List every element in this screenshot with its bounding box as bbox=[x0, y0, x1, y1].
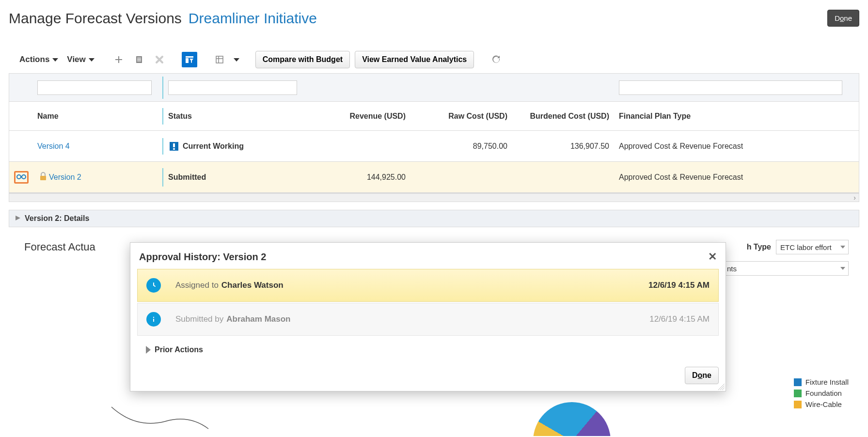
compare-budget-button[interactable]: Compare with Budget bbox=[255, 51, 350, 68]
caret-down-icon bbox=[89, 58, 95, 62]
type-label: h Type bbox=[747, 243, 771, 251]
freeze-icon[interactable] bbox=[212, 52, 227, 67]
plan-cell: Approved Cost & Revenue Forecast bbox=[614, 169, 859, 186]
burden-cost-cell: 136,907.50 bbox=[512, 138, 614, 155]
table-row[interactable]: Version 4 Current Working 89,750.00 136,… bbox=[9, 131, 859, 162]
svg-rect-10 bbox=[173, 143, 175, 147]
plan-cell: Approved Cost & Revenue Forecast bbox=[614, 138, 859, 155]
burden-cost-cell bbox=[512, 173, 614, 181]
svg-point-12 bbox=[17, 175, 21, 179]
current-working-icon bbox=[168, 140, 180, 152]
lock-icon bbox=[39, 172, 47, 183]
svg-rect-5 bbox=[186, 58, 189, 63]
freeze-menu-caret[interactable] bbox=[232, 52, 241, 67]
dialog-title: Approval History: Version 2 bbox=[139, 251, 266, 263]
view-eva-button[interactable]: View Earned Value Analytics bbox=[355, 51, 474, 68]
refresh-icon[interactable] bbox=[489, 52, 504, 67]
status-text: Submitted bbox=[168, 173, 206, 181]
type-select[interactable]: ETC labor effort bbox=[776, 240, 849, 254]
caret-down-icon bbox=[52, 58, 58, 62]
disclosure-icon bbox=[15, 214, 21, 223]
approval-history-dialog: Approval History: Version 2 ✕ Assigned t… bbox=[130, 242, 726, 276]
svg-rect-11 bbox=[173, 148, 175, 150]
duplicate-icon[interactable] bbox=[131, 52, 147, 67]
done-button-post: ne bbox=[844, 14, 852, 22]
details-title: Version 2: Details bbox=[25, 214, 89, 223]
caret-down-icon bbox=[234, 58, 239, 62]
svg-rect-1 bbox=[137, 58, 141, 59]
toolbar: Actions View Compare with Budget View Ea… bbox=[0, 46, 868, 73]
col-revenue[interactable]: Revenue (USD) bbox=[309, 108, 410, 125]
filter-name-input[interactable] bbox=[37, 80, 152, 95]
raw-cost-cell: 89,750.00 bbox=[410, 138, 512, 155]
svg-rect-3 bbox=[137, 61, 141, 62]
col-burden-cost[interactable]: Burdened Cost (USD) bbox=[512, 108, 614, 125]
raw-cost-cell bbox=[410, 173, 512, 181]
done-button-pre: D bbox=[835, 14, 840, 22]
table-row[interactable]: Version 2 Submitted 144,925.00 Approved … bbox=[9, 162, 859, 193]
svg-rect-15 bbox=[40, 176, 46, 180]
add-icon[interactable] bbox=[111, 52, 126, 67]
filter-panel-icon[interactable] bbox=[182, 52, 197, 67]
section-title: Forecast Actua bbox=[24, 241, 95, 253]
view-indicator-icon bbox=[14, 171, 29, 184]
version-link[interactable]: Version 4 bbox=[37, 142, 70, 150]
version-link[interactable]: Version 2 bbox=[49, 173, 81, 182]
view-menu-label: View bbox=[67, 55, 85, 64]
filter-row bbox=[9, 74, 859, 102]
details-panel-header[interactable]: Version 2: Details bbox=[9, 210, 859, 227]
filter-plan-input[interactable] bbox=[619, 80, 842, 95]
col-plan-type[interactable]: Financial Plan Type bbox=[614, 108, 859, 125]
history-item[interactable]: Assigned to Charles Watson 12/6/19 4:15 … bbox=[137, 269, 719, 276]
svg-rect-2 bbox=[137, 59, 141, 60]
page-header: Manage Forecast Versions Dreamliner Init… bbox=[0, 0, 868, 31]
col-status[interactable]: Status bbox=[163, 108, 309, 125]
actions-menu[interactable]: Actions bbox=[17, 53, 60, 66]
svg-rect-6 bbox=[216, 56, 223, 63]
type-select-value: ETC labor effort bbox=[780, 243, 832, 251]
svg-rect-4 bbox=[186, 56, 193, 58]
close-icon[interactable]: ✕ bbox=[708, 250, 717, 263]
project-link[interactable]: Dreamliner Initiative bbox=[189, 10, 317, 27]
page-title: Manage Forecast Versions bbox=[9, 10, 182, 27]
revenue-cell bbox=[309, 142, 410, 150]
status-text: Current Working bbox=[183, 142, 244, 151]
delete-icon bbox=[152, 52, 167, 67]
filter-status-input[interactable] bbox=[168, 80, 297, 95]
view-menu[interactable]: View bbox=[65, 53, 96, 66]
secondary-select-value: nts bbox=[727, 265, 737, 273]
col-name[interactable]: Name bbox=[32, 108, 163, 125]
horizontal-scrollbar[interactable] bbox=[9, 193, 859, 202]
header-row: Name Status Revenue (USD) Raw Cost (USD)… bbox=[9, 102, 859, 131]
revenue-cell: 144,925.00 bbox=[309, 169, 410, 186]
col-raw-cost[interactable]: Raw Cost (USD) bbox=[410, 108, 512, 125]
secondary-select[interactable]: nts bbox=[723, 261, 849, 276]
versions-table: Name Status Revenue (USD) Raw Cost (USD)… bbox=[9, 73, 859, 193]
svg-point-13 bbox=[22, 175, 26, 179]
done-button[interactable]: Done bbox=[827, 10, 859, 27]
actions-menu-label: Actions bbox=[19, 55, 49, 64]
